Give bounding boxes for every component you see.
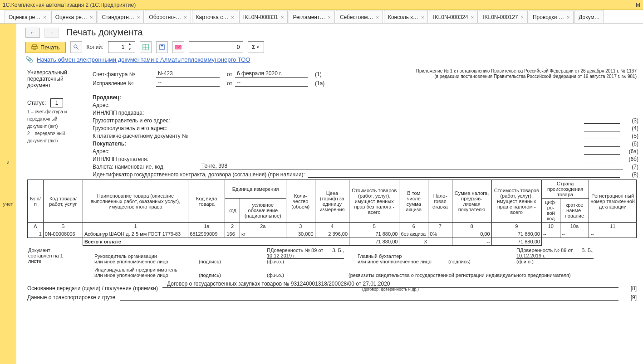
spin-down[interactable]: ▼: [126, 47, 134, 53]
tab-close-icon[interactable]: ×: [43, 15, 46, 20]
tab-5[interactable]: IKL0N-000831×: [239, 10, 288, 23]
table-options-button[interactable]: [140, 41, 152, 53]
rail-b: учет: [3, 201, 13, 207]
svg-rect-0: [33, 45, 37, 47]
email-button[interactable]: [172, 41, 184, 53]
tab-close-icon[interactable]: ×: [231, 15, 234, 20]
sigma-button[interactable]: Σ▼: [248, 41, 264, 53]
svg-rect-9: [161, 45, 163, 47]
tab-close-icon[interactable]: ×: [281, 15, 284, 20]
copies-input[interactable]: [108, 44, 126, 50]
status-box: 1: [50, 98, 64, 107]
doc-pages: Документсоставлен на 1листе: [27, 248, 90, 278]
invoice-date: 6 февраля 2020 г.: [235, 70, 308, 78]
spin-up[interactable]: ▲: [126, 42, 134, 47]
tab-close-icon[interactable]: ×: [90, 15, 93, 20]
tab-8[interactable]: Консоль з…×: [384, 10, 428, 23]
table-row[interactable]: 10N-00008006Асбошнур ШАОН д. 2,5 мм ГОСТ…: [28, 230, 637, 238]
currency: Тенге, 398: [200, 163, 623, 170]
svg-line-4: [76, 48, 78, 49]
tabs-row: Оценка ре…×Оценка ре…×Стандартн…×Оборотн…: [0, 10, 643, 24]
envelope-icon: [175, 44, 182, 50]
page-title: Печать документа: [66, 27, 143, 38]
tab-9[interactable]: IKL0N-000324×: [429, 10, 478, 23]
tab-11[interactable]: Проводки …×: [529, 10, 574, 23]
tab-6[interactable]: Регламент…×: [289, 10, 334, 23]
magnifier-icon: [73, 44, 79, 50]
toolbar: Печать Копий: ▲▼ Σ▼: [25, 41, 638, 53]
tab-close-icon[interactable]: ×: [567, 15, 569, 20]
sum-input[interactable]: [189, 41, 243, 53]
tab-10[interactable]: IKL0N-000127×: [479, 10, 528, 23]
tab-12[interactable]: Докум…: [574, 10, 604, 23]
tab-2[interactable]: Стандартн…×: [98, 10, 144, 23]
left-rail: и учет: [0, 24, 16, 308]
tab-4[interactable]: Карточка с…×: [192, 10, 238, 23]
basis-label: Основание передачи (сдачи) / получения (…: [27, 285, 158, 291]
transport-label: Данные о транспортировке и грузе: [27, 294, 115, 301]
nav-back-button[interactable]: ←: [25, 28, 40, 38]
tab-close-icon[interactable]: ×: [137, 15, 140, 20]
tab-close-icon[interactable]: ×: [421, 15, 424, 20]
invoice-number: N-423: [156, 70, 220, 78]
copies-label: Копий:: [87, 44, 103, 50]
tab-1[interactable]: Оценка ре…×: [51, 10, 97, 23]
svg-point-3: [74, 45, 77, 48]
tab-0[interactable]: Оценка ре…×: [5, 10, 50, 23]
tab-close-icon[interactable]: ×: [376, 15, 379, 20]
svg-rect-1: [32, 46, 37, 49]
print-button[interactable]: Печать: [25, 42, 66, 53]
tab-close-icon[interactable]: ×: [521, 15, 524, 20]
tab-close-icon[interactable]: ×: [328, 15, 330, 20]
edi-link[interactable]: Начать обмен электронными документами с …: [37, 56, 250, 63]
printer-icon: [31, 44, 38, 50]
appendix-text: Приложение № 1 к постановлению Правитель…: [416, 68, 637, 79]
save-button[interactable]: [156, 41, 168, 53]
m-indicator: M: [636, 2, 640, 8]
preview-button[interactable]: [70, 41, 82, 53]
tab-3[interactable]: Оборотно-…×: [145, 10, 191, 23]
sidebar-info: Универсальный передаточный документ Стат…: [25, 68, 88, 178]
tab-close-icon[interactable]: ×: [184, 15, 187, 20]
tab-7[interactable]: Себестоим…×: [336, 10, 383, 23]
title-bar: 1С:Комплексная автоматизация 2 (1С:Предп…: [0, 0, 643, 10]
attachment-icon: 📎: [25, 56, 33, 63]
app-title: 1С:Комплексная автоматизация 2 (1С:Предп…: [3, 2, 136, 8]
grid-icon: [142, 44, 149, 50]
floppy-icon: [159, 44, 165, 50]
items-table: № п/п Код товара/ работ, услуг Наименова…: [27, 180, 637, 246]
nav-forward-button[interactable]: →: [44, 28, 59, 38]
copies-spinner[interactable]: ▲▼: [108, 41, 135, 53]
tab-close-icon[interactable]: ×: [471, 15, 474, 20]
rail-a: и: [6, 160, 9, 165]
